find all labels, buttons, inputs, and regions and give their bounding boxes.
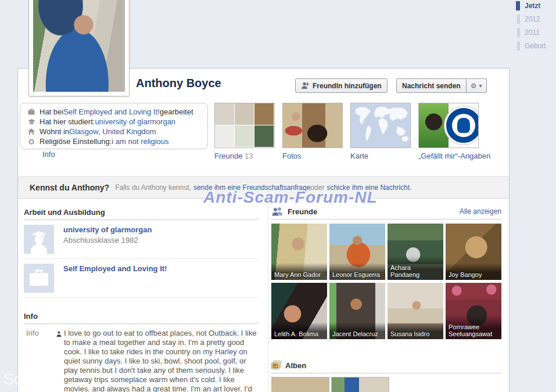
banner-title: Kennst du Anthony? [30, 183, 109, 192]
message-button-group: Nachricht senden ⚙▾ [396, 78, 487, 93]
timeline-marker-2011[interactable] [517, 28, 520, 37]
map-box-label: Karte [350, 152, 368, 160]
friends-box-label: Freunde 13 [214, 152, 253, 160]
facebook-profile-page: Jetzt 2012 2011 Geburt Anthony Boyce Fre… [0, 0, 556, 392]
friend-name: Joy Bangoy [446, 263, 501, 280]
photos-box-link[interactable]: Fotos [282, 152, 302, 160]
vcard-city-pre: Wohnt in [40, 127, 69, 136]
vcard-work-post: gearbeitet [160, 107, 193, 116]
about-text: I love to go out to eat to offbeat place… [64, 329, 257, 392]
info-row: Info I love to go out to eat to offbeat … [24, 329, 259, 392]
send-message-button[interactable]: Nachricht senden [396, 78, 467, 93]
briefcase-large-icon [24, 264, 54, 293]
timeline-item-jetzt[interactable]: Jetzt [525, 2, 540, 10]
settings-dropdown-button[interactable]: ⚙▾ [467, 78, 487, 93]
vcard-religion-link[interactable]: i am not religious [112, 137, 168, 146]
vcard-edu-link[interactable]: university of glarmorgan [95, 117, 175, 126]
timeline-marker-geburt[interactable] [517, 41, 520, 51]
map-box-link[interactable]: Karte [350, 152, 368, 160]
photos-thumbnail [283, 103, 342, 148]
vcard-education-line: Hat hier studiert: university of glarmor… [27, 117, 202, 127]
vcard-edu-pre: Hat hier studiert: [40, 117, 95, 126]
profile-photo[interactable] [28, 0, 130, 96]
vcard-religion-pre: Religiöse Einstellung: [40, 137, 112, 146]
employer-link[interactable]: Self Employed and Loving It! [63, 264, 167, 273]
friend-tile[interactable]: Mary Ann Gador [271, 224, 327, 280]
friends-icon [271, 207, 284, 216]
photos-box-tile[interactable] [282, 103, 343, 148]
album-thumbs [271, 377, 501, 392]
timeline-item-2011[interactable]: 2011 [525, 28, 540, 37]
send-message-label: Nachricht senden [402, 82, 461, 90]
friend-tile[interactable]: Leonor Esguerra [329, 224, 385, 280]
vcard-work-pre: Hat bei [40, 107, 63, 116]
vcard-city-line: Wohnt in Glasgow, United Kingdom [27, 127, 202, 136]
banner-lead: Falls du Anthony kennst, [115, 184, 191, 192]
friends-count: 13 [245, 152, 253, 160]
see-all-friends-link[interactable]: Alle anzeigen [460, 207, 501, 215]
liked-page-thumb-2-chelsea [449, 103, 478, 148]
albums-section: Alben [271, 361, 501, 392]
chelsea-crest-icon [444, 106, 479, 145]
vcard-religion-line: Religiöse Einstellung: i am not religiou… [27, 136, 202, 146]
school-link[interactable]: university of glarmorgan [63, 225, 152, 234]
anti-scam-watermark: Anti-Scam-Forum-NL [203, 188, 378, 207]
profile-vcard: Hat bei Self Employed and Loving It! gea… [20, 103, 208, 149]
likes-box-link[interactable]: „Gefällt mir“-Angaben [418, 152, 490, 160]
likes-thumbnails [419, 103, 478, 148]
friend-tile[interactable]: Pornrawee Seeluangsawat [446, 283, 501, 339]
friend-name: Achara Pandaeng [388, 256, 443, 280]
friend-tile[interactable]: Achara Pandaeng [388, 224, 443, 280]
albums-header: Alben [271, 361, 501, 373]
profile-photo-image [33, 0, 125, 92]
friend-name: Mary Ann Gador [271, 263, 327, 280]
column-divider [268, 207, 268, 392]
briefcase-icon [27, 109, 35, 115]
friends-box-link[interactable]: Freunde [214, 152, 242, 160]
friend-name: Leonor Esguerra [329, 263, 385, 280]
likes-box-tile[interactable] [418, 103, 479, 148]
school-subtitle: Abschlussklasse 1982 [63, 236, 152, 244]
friend-tile[interactable]: Jacent Delacruz [329, 283, 385, 339]
friend-tile[interactable]: Susana Isidro [388, 283, 443, 339]
profile-card: Anthony Boyce FreundIn hinzufügen Nachri… [17, 68, 510, 392]
home-icon [27, 128, 35, 135]
album-thumb[interactable] [331, 377, 389, 392]
friend-name: Pornrawee Seeluangsawat [446, 315, 501, 339]
religion-circle-icon [27, 139, 35, 145]
friends-title: Freunde [288, 207, 460, 216]
world-map-thumbnail [351, 103, 410, 148]
friend-name: Susana Isidro [388, 322, 443, 339]
graduation-cap-icon [27, 119, 35, 125]
albums-icon [271, 361, 281, 370]
friends-grid: Mary Ann Gador Leonor Esguerra Achara Pa… [271, 224, 501, 339]
album-thumb[interactable] [271, 377, 329, 392]
timeline-item-2012[interactable]: 2012 [525, 15, 540, 23]
corner-watermark: Sca [3, 371, 31, 389]
work-item: Self Employed and Loving It! [24, 259, 259, 298]
gear-icon: ⚙ [471, 82, 477, 90]
friends-collage [215, 103, 274, 148]
info-link[interactable]: Info [42, 150, 55, 159]
add-friend-button[interactable]: FreundIn hinzufügen [295, 78, 388, 93]
work-education-title: Arbeit und Ausbildung [24, 208, 259, 220]
friends-box-tile[interactable] [214, 103, 275, 148]
education-item: university of glarmorgan Abschlussklasse… [24, 220, 259, 259]
friend-tile[interactable]: Joy Bangoy [446, 224, 501, 280]
vcard-work-link[interactable]: Self Employed and Loving It! [63, 107, 160, 116]
friends-section: Freunde Alle anzeigen Mary Ann Gador Leo… [271, 207, 501, 392]
map-box-tile[interactable] [350, 103, 411, 148]
work-education-section: Arbeit und Ausbildung university of glar… [24, 208, 259, 392]
friend-tile[interactable]: Lelith A. Bolima [271, 283, 327, 339]
friend-name: Lelith A. Bolima [271, 322, 327, 339]
vcard-city-link[interactable]: Glasgow, United Kingdom [69, 127, 156, 136]
friends-header: Freunde Alle anzeigen [271, 207, 501, 220]
timeline-item-geburt[interactable]: Geburt [525, 42, 546, 50]
friend-name: Jacent Delacruz [329, 322, 385, 339]
likes-box-label: „Gefällt mir“-Angaben [418, 152, 490, 160]
photos-box-label: Fotos [282, 152, 302, 160]
timeline-marker-jetzt[interactable] [516, 1, 520, 10]
timeline-marker-2012[interactable] [517, 15, 520, 24]
vcard-work-line: Hat bei Self Employed and Loving It! gea… [27, 107, 202, 117]
person-small-icon [56, 330, 64, 392]
